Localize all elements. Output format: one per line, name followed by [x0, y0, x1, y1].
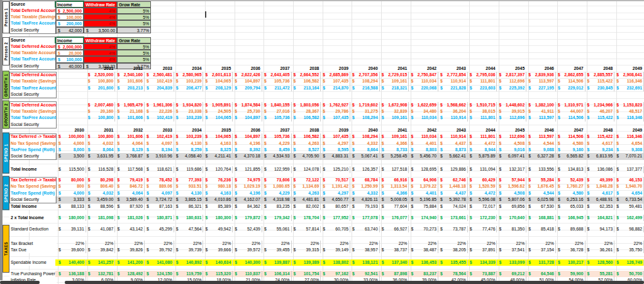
- true-purchasing-power-cell[interactable]: $64,546: [526, 271, 556, 277]
- spend2-total-income-cell[interactable]: $87,920: [115, 203, 145, 210]
- spend2-row-cell[interactable]: $4,826.11: [350, 196, 380, 203]
- spend1-row-cell[interactable]: $4,472: [468, 140, 497, 147]
- growth1-row-cell[interactable]: $201,600: [86, 85, 116, 91]
- spend1-total-income-cell[interactable]: $121,855: [233, 166, 262, 173]
- tax-due-cell[interactable]: $39,572: [233, 247, 262, 253]
- growth2-row-cell[interactable]: $2,007,460: [86, 102, 116, 108]
- growth2-row-cell[interactable]: $1,985,479: [115, 102, 145, 108]
- growth2-row-cell[interactable]: $115,422: [586, 115, 615, 121]
- person1-table-grow-cell[interactable]: 5%: [117, 20, 151, 26]
- spend2-row-cell[interactable]: $1,250.99: [350, 183, 380, 190]
- growth1-row-cell[interactable]: $112,696: [497, 78, 527, 84]
- growth2-row-cell[interactable]: $114,506: [556, 115, 586, 121]
- spend2-total-income-cell[interactable]: $77,604: [380, 203, 409, 210]
- tax-due-cell[interactable]: $37,154: [526, 247, 556, 253]
- spendable-income-cell[interactable]: $135,455: [438, 259, 468, 266]
- growth1-row-cell[interactable]: $103,239: [174, 78, 204, 84]
- standard-deduction-cell[interactable]: $94,173: [586, 226, 615, 232]
- spend1-row-cell[interactable]: $110,034: [409, 133, 438, 140]
- true-purchasing-power-cell[interactable]: $110,837: [233, 271, 262, 277]
- growth2-row-cell[interactable]: $34,480: [409, 108, 438, 115]
- spend2-row-cell[interactable]: $1,191.42: [321, 183, 350, 190]
- tax-bracket-cell[interactable]: 22%: [262, 241, 292, 247]
- spend2-row-cell[interactable]: $3,333: [57, 196, 86, 203]
- spend2-row-cell[interactable]: $1,134.69: [292, 183, 321, 190]
- true-purchasing-power-cell[interactable]: $115,320: [204, 271, 233, 277]
- growth2-row-cell[interactable]: $108,294: [350, 115, 380, 121]
- growth2-row-cell[interactable]: $1,510,715: [468, 102, 497, 108]
- spend2-row-cell[interactable]: $1,940.70: [614, 183, 644, 190]
- spend2-row-cell[interactable]: $4,263: [292, 190, 321, 196]
- standard-deduction-cell[interactable]: $60,705: [321, 226, 350, 232]
- spend2-row-cell[interactable]: $3,589.40: [115, 196, 145, 203]
- spend2-row-cell[interactable]: $80,000: [57, 177, 86, 183]
- spend2-row-cell[interactable]: $1,596.62: [497, 183, 527, 190]
- spend1-row-cell[interactable]: $9,160: [556, 147, 586, 153]
- spend2-row-cell[interactable]: $1,080.65: [262, 183, 292, 190]
- spend1-row-cell[interactable]: $4,130: [174, 140, 204, 147]
- spendable-income-cell[interactable]: $136,453: [409, 259, 438, 266]
- spend1-total-income-cell[interactable]: $122,959: [262, 166, 292, 173]
- spend1-row-cell[interactable]: $4,064: [115, 140, 145, 147]
- horizontal-scrollbar-left-segment[interactable]: [0, 281, 40, 284]
- growth1-row-cell[interactable]: $102,419: [145, 78, 174, 84]
- standard-deduction-cell[interactable]: $49,942: [204, 226, 233, 232]
- spend2-row-cell[interactable]: $4,163: [204, 190, 233, 196]
- spend1-total-income-cell[interactable]: $125,210: [321, 166, 350, 173]
- growth1-row-cell[interactable]: $2,707,356: [350, 72, 380, 78]
- person1-table-grow-cell[interactable]: 5%: [117, 8, 151, 14]
- spend2-row-cell[interactable]: $66,916: [380, 177, 409, 183]
- spend1-row-cell[interactable]: $104,065: [204, 133, 233, 140]
- spend1-row-cell[interactable]: $5,258.45: [380, 153, 409, 159]
- tax-due-cell[interactable]: $39,842: [86, 247, 116, 253]
- growth1-row-cell[interactable]: $223,603: [468, 85, 497, 91]
- growth1-row-cell[interactable]: $2,729,015: [380, 72, 409, 78]
- true-purchasing-power-cell[interactable]: $124,150: [145, 271, 174, 277]
- growth1-row-cell[interactable]: $2,520,000: [86, 72, 116, 78]
- person2-table-grow-cell[interactable]: 5%: [117, 56, 151, 62]
- two-x-total-income-cell[interactable]: $180,631: [174, 215, 204, 221]
- two-x-total-income-cell[interactable]: $166,945: [556, 215, 586, 221]
- spend2-row-cell[interactable]: $4,064: [115, 190, 145, 196]
- two-x-total-income-cell[interactable]: $162,499: [614, 215, 644, 221]
- growth1-row-cell[interactable]: $100,800: [86, 78, 116, 84]
- spend1-row-cell[interactable]: $104,897: [233, 133, 262, 140]
- spend1-row-cell[interactable]: $100,800: [86, 133, 116, 140]
- standard-deduction-cell[interactable]: $81,350: [497, 226, 527, 232]
- tax-bracket-cell[interactable]: 22%: [497, 241, 527, 247]
- spendable-income-cell[interactable]: $134,339: [468, 259, 497, 266]
- growth2-row-cell[interactable]: $20,160: [86, 108, 116, 115]
- growth2-row-cell[interactable]: $1,840,155: [262, 102, 292, 108]
- spend1-total-income-cell[interactable]: $136,086: [586, 166, 615, 173]
- spendable-income-cell[interactable]: $128,560: [586, 259, 615, 266]
- spend2-row-cell[interactable]: $5,392.78: [438, 196, 468, 203]
- spend2-row-cell[interactable]: $4,437: [438, 190, 468, 196]
- person2-table-withdraw-cell[interactable]: 4%: [84, 50, 117, 56]
- spend2-row-cell[interactable]: $4,229: [262, 190, 292, 196]
- spend1-row-cell[interactable]: $5,875.89: [468, 153, 497, 159]
- growth1-row-cell[interactable]: $108,294: [350, 78, 380, 84]
- true-purchasing-power-cell[interactable]: $101,754: [292, 271, 321, 277]
- spend1-row-cell[interactable]: $100,000: [57, 133, 86, 140]
- spend2-row-cell[interactable]: $73,606: [262, 177, 292, 183]
- spend1-total-income-cell[interactable]: $129,886: [438, 166, 468, 173]
- spend1-row-cell[interactable]: $4,534.93: [262, 153, 292, 159]
- tax-due-cell[interactable]: $37,891: [468, 247, 497, 253]
- growth1-row-cell[interactable]: $232,691: [614, 85, 644, 91]
- tax-due-cell[interactable]: $36,728: [556, 247, 586, 253]
- two-x-total-income-cell[interactable]: $180,871: [145, 215, 174, 221]
- tax-bracket-cell[interactable]: 22%: [115, 241, 145, 247]
- spend1-row-cell[interactable]: $4,705.90: [292, 153, 321, 159]
- true-purchasing-power-cell[interactable]: $83,237: [409, 271, 438, 277]
- spend1-row-cell[interactable]: $112,696: [497, 133, 527, 140]
- growth2-row-cell[interactable]: $1,719,602: [350, 102, 380, 108]
- spend2-row-cell[interactable]: $6,253.16: [556, 196, 586, 203]
- spend1-row-cell[interactable]: $6,327.28: [526, 153, 556, 159]
- true-purchasing-power-cell[interactable]: $119,759: [174, 271, 204, 277]
- two-x-total-income-cell[interactable]: $180,300: [204, 215, 233, 221]
- spend1-row-cell[interactable]: $105,736: [262, 133, 292, 140]
- spend1-row-cell[interactable]: $8,595: [321, 147, 350, 153]
- growth1-row-cell[interactable]: $115,422: [586, 78, 615, 84]
- growth1-row-cell[interactable]: $2,622,426: [233, 72, 262, 78]
- spend1-row-cell[interactable]: $8,664: [350, 147, 380, 153]
